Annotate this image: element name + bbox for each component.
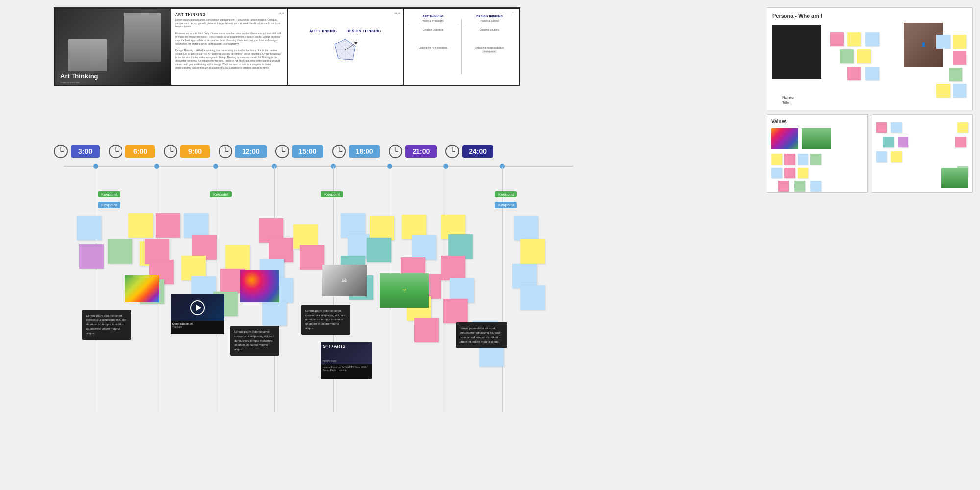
sticky-b15 [520,285,545,310]
persona-title-label: Title [782,100,789,105]
sticky-pk8 [300,245,324,270]
slide-4[interactable]: ●●●● ART THINKING Vision & Philosophy Cr… [404,9,519,85]
persona-card: Persona - Who am I 👤 Name Title [767,7,973,110]
v-sticky-0 [771,154,782,165]
v-sticky-9 [810,181,821,192]
issue-badge: Forcing Issue [482,50,497,53]
slide-3[interactable]: ●●●● ART THINKING DESIGN THINKING [288,9,403,85]
time-item-4: 15:00 [275,145,323,158]
time-badge-1: 6:00 [125,145,155,158]
clock-icon-1 [109,145,122,158]
v-sticky-1 [784,154,795,165]
sticky-y4 [225,245,250,270]
persona-sticky-r2 [953,51,966,65]
vr-sticky-5 [956,137,966,147]
time-item-5: 18:00 [332,145,380,158]
time-item-6: 21:00 [389,145,437,158]
vr-sticky-3 [883,137,894,147]
keypoint-0: Keypoint [98,191,120,197]
persona-sticky-2 [865,32,879,46]
values-title: Values [771,119,863,124]
clock-icon-4 [275,145,289,158]
slide-2-body: Lorem ipsum dolor sit amet, consectetur … [175,18,283,70]
time-badge-3: 12:00 [235,145,267,158]
time-item-1: 6:00 [109,145,155,158]
vr-sticky-4 [898,137,908,147]
slide-4-col-sub-left: Vision & Philosophy [422,19,444,22]
v-sticky-8 [794,181,805,192]
persona-sticky-r5 [936,84,950,98]
spider-diagram [326,35,365,65]
clock-icon-6 [389,145,402,158]
persona-main-image [772,25,821,79]
right-panel: Persona - Who am I 👤 Name Title [767,7,973,196]
vr-sticky-0 [876,122,887,133]
sticky-y6 [370,216,394,240]
sticky-b9 [412,235,436,260]
slide-4-col-sub-right: Product & Service [480,19,499,22]
values-img-0 [771,128,798,149]
sticky-y10 [520,239,545,264]
clock-icon-3 [219,145,232,158]
sticky-t4 [448,234,473,259]
timeline-line [64,166,573,167]
slide-4-col-title-right: DESIGN THINKING [476,15,503,18]
slide-2-title: ART THINKING [175,13,283,16]
sticky-b1 [77,216,101,240]
persona-sticky-6 [865,67,879,80]
v-sticky-6 [798,168,808,178]
v-sticky-3 [810,154,821,165]
persona-title: Persona - Who am I [772,13,967,19]
persona-sticky-r1 [936,35,950,49]
vr-sticky-7 [891,151,902,162]
text-card-1: Lorem ipsum dolor sit amet, consectetur … [230,326,279,356]
vr-sticky-6 [876,151,887,162]
time-item-0: 3:00 [54,145,100,158]
play-button-0[interactable] [190,300,205,315]
slide-4-unlocking: Unlocking new possibilities [475,46,504,49]
slide-4-creative-q: Creative Questions [423,28,444,31]
vr-sticky-2 [957,122,968,133]
sticky-pk11 [414,318,439,342]
vr-sticky-1 [891,122,902,133]
persona-sticky-1 [847,32,861,46]
clock-icon-2 [164,145,177,158]
sticky-b13 [514,216,538,240]
video-card-0[interactable]: Deep Space 8K YouTube [171,294,224,334]
keypoint-4: Keypoint [495,191,517,197]
time-labels: 3:00 6:00 9:00 12:00 15:00 18:00 [54,145,583,158]
slide-4-logo: ●●●● [512,11,517,13]
vr-img-0 [941,168,968,188]
slide-1[interactable]: Art Thinking Lorem ipsum text here [55,9,171,85]
slides-strip: Art Thinking Lorem ipsum text here ●●●● … [54,7,520,86]
sticky-t3 [367,238,391,262]
persona-sticky-5 [847,67,861,80]
values-card-left: Values [767,114,868,193]
slide-4-col-title-left: ART THINKING [423,15,444,18]
text-card-2: Lorem ipsum dolor sit amet, consectetur … [301,305,350,335]
values-img-1 [802,128,831,149]
text-card-0: Lorem ipsum dolor sit amet, consectetur … [82,310,131,340]
persona-sticky-r4 [953,84,966,98]
slide-3-heading-left: ART THINKING [309,29,337,33]
persona-name: Name [782,95,794,100]
video-subtitle-0: YouTube [172,325,222,328]
time-badge-0: 3:00 [71,145,100,158]
time-item-2: 9:00 [164,145,210,158]
canvas-image-0 [125,275,159,302]
slide-2[interactable]: ●●●● ART THINKING Lorem ipsum dolor sit … [172,9,287,85]
time-badge-7: 24:00 [462,145,493,158]
timeline-section: 3:00 6:00 9:00 12:00 15:00 18:00 [54,145,583,167]
time-badge-5: 18:00 [349,145,380,158]
persona-sticky-r3 [949,68,962,81]
time-item-3: 12:00 [219,145,267,158]
sticky-b2 [184,213,208,238]
sticky-pk1 [156,213,180,238]
video-card-1[interactable]: S+T+ARTS PRIZE 2020 Inspire Petronas S+T… [321,342,372,379]
slide-3-logo: ●●●● [394,11,400,14]
sticky-b14 [512,264,537,288]
v-sticky-2 [798,154,808,165]
time-badge-6: 21:00 [405,145,437,158]
sticky-b6 [262,301,287,326]
time-badge-4: 15:00 [292,145,323,158]
